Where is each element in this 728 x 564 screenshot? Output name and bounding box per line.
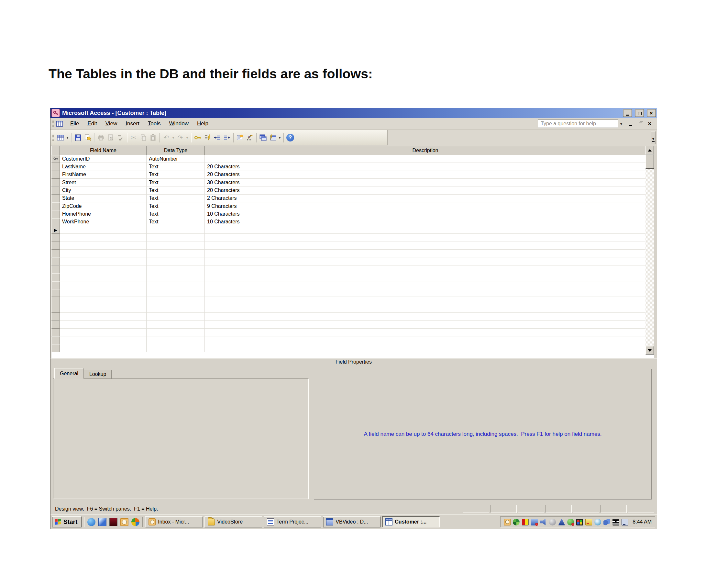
row-selector[interactable] [51,194,60,202]
row-selector[interactable] [51,281,60,289]
row-selector[interactable] [51,313,60,321]
row-selector[interactable] [51,344,60,352]
taskbar-task-button[interactable]: Term Projec... [264,516,321,527]
data-type-cell[interactable]: Text [147,202,205,210]
field-row[interactable]: ZipCode Text 9 Characters [51,202,654,210]
tab-general[interactable]: General [54,368,84,379]
toolbar-options-icon[interactable]: ▾ [651,131,656,144]
field-name-cell[interactable] [60,226,147,234]
row-selector[interactable] [51,265,60,273]
tray-monitor-icon[interactable] [622,519,628,525]
row-selector[interactable] [51,218,60,226]
toolbar-grip-icon[interactable] [52,134,54,141]
description-cell[interactable]: 2 Characters [205,194,646,202]
grid-vertical-scrollbar[interactable] [645,146,654,355]
empty-grid-row[interactable] [51,337,654,344]
insert-rows-icon[interactable] [212,133,222,142]
column-header-field-name[interactable]: Field Name [60,146,147,155]
data-type-cell[interactable] [147,226,205,234]
money-icon[interactable] [109,518,117,526]
taskbar-task-button[interactable]: Customer :... [382,516,440,527]
empty-grid-row[interactable] [51,289,654,297]
tray-sync-icon[interactable] [603,519,610,525]
field-row[interactable]: WorkPhone Text 10 Characters [51,218,654,226]
properties-icon[interactable] [235,133,245,142]
tab-lookup[interactable]: Lookup [84,370,112,379]
tray-display-icon[interactable] [576,519,583,525]
row-selector[interactable] [51,249,60,257]
description-cell[interactable]: 10 Characters [205,210,646,218]
close-button-icon[interactable]: × [647,109,656,117]
row-selector[interactable] [51,234,60,241]
menu-grip-icon[interactable] [52,120,54,127]
new-object-dropdown-icon[interactable]: ▾ [278,133,282,142]
taskbar-task-button[interactable]: Inbox - Micr... [145,516,203,527]
field-row[interactable]: LastName Text 20 Characters [51,163,654,171]
empty-grid-row[interactable] [51,329,654,337]
data-type-cell[interactable]: Text [147,194,205,202]
menu-item[interactable]: File [66,119,83,128]
child-close-icon[interactable]: × [646,120,654,127]
empty-grid-row[interactable] [51,281,654,289]
empty-grid-row[interactable] [51,257,654,265]
tray-pyramid-icon[interactable] [558,519,565,525]
property-sheet-panel[interactable] [53,379,309,499]
empty-grid-row[interactable] [51,305,654,313]
empty-grid-row[interactable] [51,313,654,321]
tray-clock-icon[interactable] [504,519,511,525]
menu-item[interactable]: View [101,119,122,128]
row-selector[interactable] [51,202,60,210]
menu-item[interactable]: Window [165,119,193,128]
minimize-button-icon[interactable] [623,109,632,117]
current-empty-row[interactable]: ▶ [51,226,654,234]
data-type-cell[interactable]: AutoNumber [147,155,205,163]
table-document-icon[interactable] [56,120,63,127]
ie-icon[interactable] [87,518,95,526]
data-type-cell[interactable]: Text [147,163,205,171]
empty-grid-row[interactable] [51,297,654,305]
description-cell[interactable]: 20 Characters [205,163,646,171]
tray-speaker-icon[interactable] [549,519,556,525]
primary-key-icon[interactable] [193,133,203,142]
scroll-up-icon[interactable] [645,146,654,154]
child-minimize-icon[interactable] [626,120,634,127]
new-object-icon[interactable] [268,133,278,142]
row-selector[interactable] [51,155,60,163]
row-selector[interactable] [51,242,60,249]
row-selector[interactable] [51,337,60,344]
column-header-data-type[interactable]: Data Type [147,146,205,155]
delete-rows-icon[interactable] [222,133,232,142]
description-cell[interactable]: 20 Characters [205,186,646,194]
row-selector[interactable] [51,273,60,281]
description-cell[interactable]: 30 Characters [205,179,646,186]
row-selector[interactable] [51,329,60,337]
scrollbar-thumb[interactable] [645,154,654,169]
database-window-icon[interactable] [258,133,268,142]
view-dropdown-icon[interactable]: ▾ [65,133,70,142]
tray-messenger-icon[interactable] [567,519,574,525]
field-name-cell[interactable]: LastName [60,163,147,171]
data-type-cell[interactable]: Text [147,171,205,179]
empty-grid-row[interactable] [51,265,654,273]
empty-grid-row[interactable] [51,321,654,328]
description-cell[interactable] [205,155,646,163]
empty-grid-row[interactable] [51,249,654,257]
restore-button-icon[interactable] [635,109,644,117]
tray-cd-icon[interactable] [594,519,601,525]
tray-update-icon[interactable] [585,519,592,525]
tray-zonealarm-icon[interactable] [522,519,529,525]
data-type-cell[interactable]: Text [147,186,205,194]
start-button[interactable]: Start [52,516,82,527]
question-dropdown-icon[interactable]: ▾ [618,119,624,128]
empty-grid-row[interactable] [51,344,654,352]
menu-item[interactable]: Help [193,119,213,128]
tray-pinwheel-icon[interactable] [513,519,520,525]
tray-volume-icon[interactable] [540,519,547,525]
empty-grid-row[interactable] [51,273,654,281]
empty-grid-row[interactable] [51,234,654,241]
field-row[interactable]: CustomerID AutoNumber [51,155,654,163]
save-icon[interactable] [73,133,83,142]
row-selector[interactable] [51,257,60,265]
field-name-cell[interactable]: City [60,186,147,194]
row-selector[interactable] [51,179,60,186]
